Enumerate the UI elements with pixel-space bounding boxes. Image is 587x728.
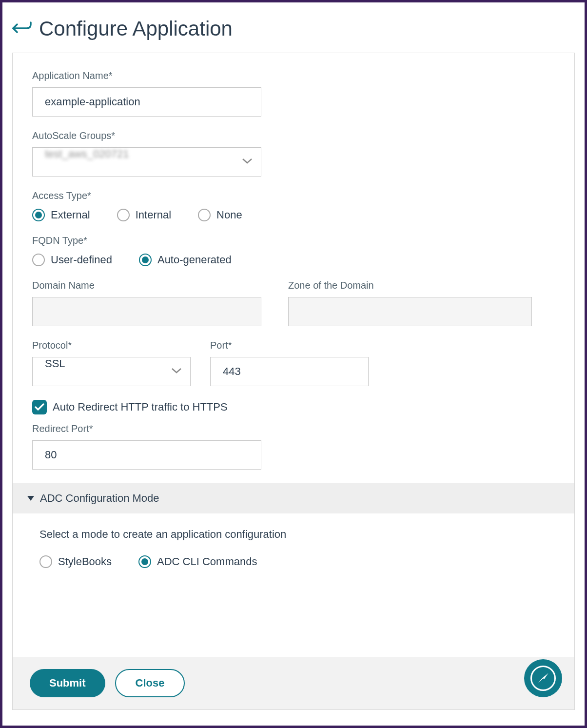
checkmark-icon [35,403,44,411]
port-label: Port* [210,340,369,351]
access-type-internal-radio[interactable]: Internal [117,209,171,221]
fqdn-type-label: FQDN Type* [32,235,555,246]
page-title: Configure Application [39,17,233,40]
navigation-arrow-icon [537,672,549,685]
protocol-select[interactable]: SSL [32,357,191,386]
port-input[interactable] [210,357,369,386]
access-type-label: Access Type* [32,190,555,201]
form-container: Application Name* AutoScale Groups* test… [12,53,575,710]
redirect-port-label: Redirect Port* [32,423,555,434]
mode-description: Select a mode to create an application c… [39,528,555,541]
submit-button[interactable]: Submit [30,669,105,697]
auto-redirect-checkbox[interactable] [32,400,47,414]
radio-selected-icon [138,555,151,568]
fqdn-auto-generated-radio[interactable]: Auto-generated [139,254,232,266]
autoscale-value: test_aws_020721 [45,148,129,160]
stylebooks-label: StyleBooks [58,555,112,568]
cli-label: ADC CLI Commands [157,555,257,568]
redirect-port-input[interactable] [32,440,261,470]
access-type-none-radio[interactable]: None [198,209,242,221]
user-defined-label: User-defined [51,254,112,266]
none-label: None [216,209,242,221]
radio-unselected-icon [32,254,45,266]
auto-generated-label: Auto-generated [157,254,232,266]
zone-input[interactable] [288,297,532,326]
accordion-title: ADC Configuration Mode [40,492,159,505]
footer: Submit Close [13,657,574,709]
fqdn-user-defined-radio[interactable]: User-defined [32,254,112,266]
access-type-external-radio[interactable]: External [32,209,90,221]
navigation-fab[interactable] [524,659,562,697]
autoscale-label: AutoScale Groups* [32,130,555,141]
radio-selected-icon [139,254,152,266]
app-name-input[interactable] [32,87,261,117]
external-label: External [51,209,90,221]
close-button[interactable]: Close [115,669,185,697]
zone-label: Zone of the Domain [288,280,532,291]
domain-name-input[interactable] [32,297,261,326]
autoscale-select[interactable]: test_aws_020721 [32,147,261,177]
radio-unselected-icon [198,209,211,221]
domain-name-label: Domain Name [32,280,261,291]
internal-label: Internal [136,209,171,221]
radio-unselected-icon [39,555,52,568]
radio-unselected-icon [117,209,130,221]
accordion-header[interactable]: ADC Configuration Mode [13,483,574,513]
mode-cli-radio[interactable]: ADC CLI Commands [138,555,257,568]
radio-selected-icon [32,209,45,221]
auto-redirect-label: Auto Redirect HTTP traffic to HTTPS [53,401,228,413]
protocol-label: Protocol* [32,340,191,351]
back-arrow-icon[interactable] [12,20,32,37]
triangle-down-icon [27,494,34,503]
app-name-label: Application Name* [32,70,555,81]
mode-stylebooks-radio[interactable]: StyleBooks [39,555,112,568]
